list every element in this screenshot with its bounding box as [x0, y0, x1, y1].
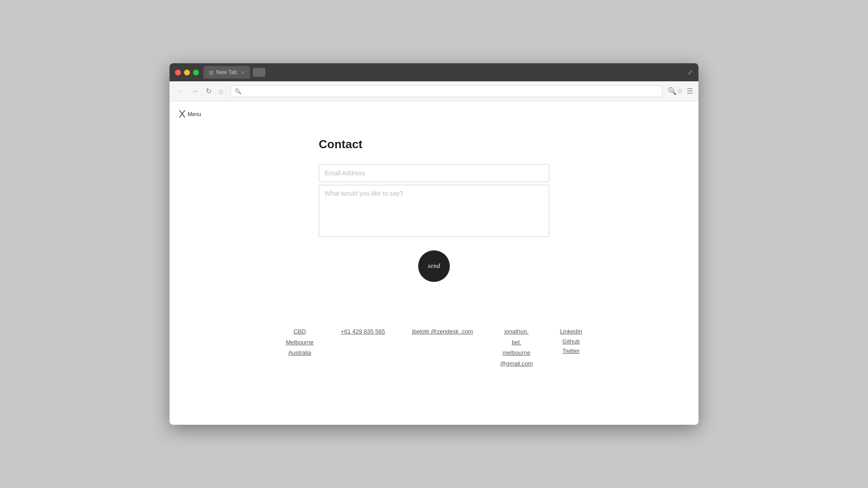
footer-phone: +61 429 835 565 — [341, 327, 385, 368]
message-textarea[interactable] — [319, 185, 549, 237]
title-bar-actions: ⤢ — [688, 69, 693, 76]
gmail-line2: bel. — [512, 338, 521, 347]
footer: CBD Melbourne Australia +61 429 835 565 … — [286, 309, 582, 381]
location-line3: Australia — [288, 348, 311, 357]
menu-icon[interactable]: ☰ — [687, 87, 693, 95]
footer-social: LinkedIn Github Twitter — [560, 327, 582, 368]
contact-form — [319, 164, 549, 237]
home-button[interactable]: ⌂ — [217, 85, 225, 97]
nav-buttons: ← → ↻ ⌂ — [175, 85, 225, 97]
contact-container: Contact send CBD Melbourne Australia +61… — [170, 101, 698, 381]
github-link[interactable]: Github — [562, 337, 580, 346]
tab-bar: ▤ New Tab × — [203, 66, 688, 79]
gmail-line1[interactable]: jonathon. — [505, 327, 529, 336]
email-input[interactable] — [319, 164, 549, 182]
browser-window: ▤ New Tab × ⤢ ← → ↻ ⌂ 🔍 🔍☆ ☰ — [170, 63, 698, 425]
footer-gmail: jonathon. bel. melbourne @gmail.com — [500, 327, 533, 368]
traffic-lights — [175, 70, 199, 75]
footer-email: jbelotti @zendesk .com — [412, 327, 473, 368]
tab-close-button[interactable]: × — [241, 70, 244, 75]
page-title: Contact — [319, 137, 363, 151]
phone-link[interactable]: +61 429 835 565 — [341, 327, 385, 336]
tab-page-icon: ▤ — [209, 70, 213, 75]
linkedin-link[interactable]: LinkedIn — [560, 327, 582, 336]
menu-area[interactable]: Menu — [177, 108, 201, 119]
nav-bar: ← → ↻ ⌂ 🔍 🔍☆ ☰ — [170, 81, 698, 101]
title-bar: ▤ New Tab × ⤢ — [170, 63, 698, 81]
search-star-icon[interactable]: 🔍☆ — [668, 87, 683, 95]
search-icon: 🔍 — [235, 88, 241, 94]
tab-label: New Tab — [216, 69, 237, 75]
new-tab-button[interactable] — [253, 68, 265, 77]
page-content: Menu Contact send CBD Melbourne Australi… — [170, 101, 698, 425]
minimize-traffic-light[interactable] — [184, 70, 190, 75]
nav-right-buttons: 🔍☆ ☰ — [668, 87, 693, 95]
send-button[interactable]: send — [418, 250, 450, 282]
refresh-button[interactable]: ↻ — [204, 85, 213, 97]
twitter-link[interactable]: Twitter — [562, 347, 580, 356]
close-traffic-light[interactable] — [175, 70, 181, 75]
footer-location: CBD Melbourne Australia — [286, 327, 313, 368]
back-button[interactable]: ← — [175, 85, 186, 97]
menu-label: Menu — [188, 111, 201, 117]
maximize-traffic-light[interactable] — [193, 70, 199, 75]
active-tab[interactable]: ▤ New Tab × — [203, 66, 250, 79]
email-link[interactable]: jbelotti @zendesk .com — [412, 327, 473, 336]
location-line2: Melbourne — [286, 338, 313, 347]
menu-slash-icon — [177, 108, 188, 119]
gmail-line3: melbourne — [503, 348, 530, 357]
gmail-line4: @gmail.com — [500, 359, 533, 368]
address-bar[interactable]: 🔍 — [231, 85, 662, 97]
expand-icon[interactable]: ⤢ — [688, 69, 693, 76]
send-label: send — [428, 263, 440, 270]
forward-button[interactable]: → — [189, 85, 200, 97]
location-line1[interactable]: CBD — [293, 327, 306, 336]
